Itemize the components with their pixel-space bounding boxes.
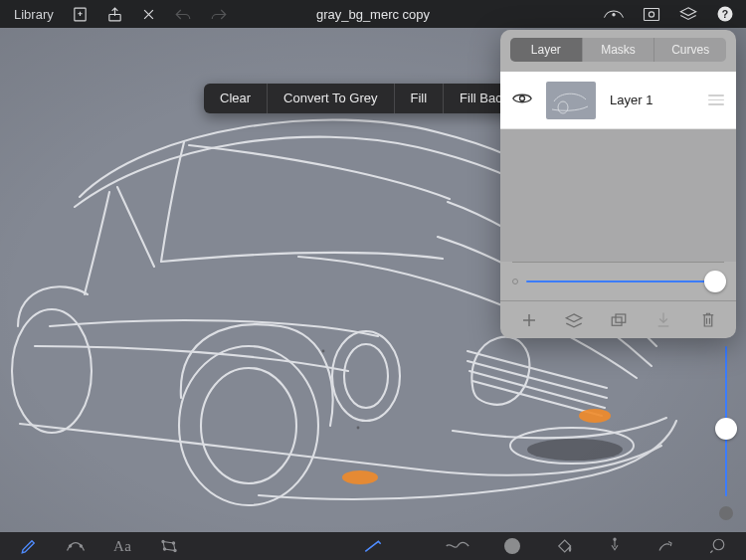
bucket-tool-icon[interactable] <box>555 538 573 554</box>
tab-layer[interactable]: Layer <box>510 38 582 62</box>
svg-point-28 <box>504 538 520 554</box>
layer-opacity-slider[interactable] <box>500 263 736 300</box>
svg-point-13 <box>322 350 325 353</box>
svg-point-24 <box>161 540 163 542</box>
svg-point-19 <box>558 101 568 113</box>
pen-tool-icon[interactable] <box>20 537 38 555</box>
layer-name-label: Layer 1 <box>610 93 694 107</box>
new-document-icon[interactable] <box>72 6 89 23</box>
svg-point-12 <box>12 309 92 433</box>
brush-size-thumb[interactable] <box>715 418 737 440</box>
layer-drag-handle-icon[interactable] <box>708 94 724 105</box>
clear-button[interactable]: Clear <box>204 84 268 113</box>
svg-point-14 <box>357 427 360 430</box>
app-root: Library gray_bg_merc copy <box>0 0 746 560</box>
svg-point-15 <box>527 439 623 461</box>
line-style-icon[interactable] <box>446 541 469 551</box>
tab-curves[interactable]: Curves <box>653 38 726 62</box>
top-toolbar: Library gray_bg_merc copy <box>0 0 746 28</box>
brush-size-rail[interactable] <box>720 346 732 520</box>
svg-point-22 <box>70 545 72 547</box>
help-icon[interactable]: ? <box>716 5 734 23</box>
bottom-toolbar: Aa <box>0 532 746 560</box>
layer-visibility-icon[interactable] <box>512 92 532 109</box>
panel-tab-switch: Layer Masks Curves <box>510 38 726 62</box>
svg-point-11 <box>201 368 296 483</box>
svg-rect-3 <box>645 8 659 20</box>
smudge-tool-icon[interactable] <box>656 538 674 554</box>
svg-point-30 <box>713 539 724 550</box>
svg-point-26 <box>173 549 175 551</box>
path-tool-icon[interactable] <box>66 538 86 554</box>
brush-settings-icon[interactable] <box>603 7 625 21</box>
svg-point-16 <box>579 409 611 423</box>
layers-empty-area <box>500 129 736 262</box>
slider-thumb[interactable] <box>704 271 726 292</box>
svg-point-2 <box>613 14 615 16</box>
svg-point-23 <box>80 545 82 547</box>
merge-layer-icon[interactable] <box>561 307 587 333</box>
duplicate-layer-icon[interactable] <box>606 307 632 333</box>
svg-point-18 <box>520 95 525 100</box>
import-layer-icon <box>651 307 676 333</box>
svg-point-9 <box>344 344 388 408</box>
stroke-tool-icon[interactable] <box>363 538 383 554</box>
brush-preview-dot <box>719 506 733 520</box>
svg-point-17 <box>342 470 378 484</box>
layer-tools-row <box>500 300 736 338</box>
close-icon[interactable] <box>141 7 156 22</box>
add-layer-icon[interactable] <box>516 307 542 333</box>
delete-layer-icon[interactable] <box>695 307 721 333</box>
svg-rect-21 <box>616 314 626 322</box>
layers-icon[interactable] <box>678 6 698 22</box>
shape-tool-icon[interactable] <box>160 538 178 554</box>
convert-to-grey-button[interactable]: Convert To Grey <box>268 84 394 113</box>
layers-panel: Layer Masks Curves Layer 1 <box>500 30 736 338</box>
share-icon[interactable] <box>106 6 123 23</box>
svg-point-29 <box>614 538 616 540</box>
svg-point-25 <box>172 542 174 544</box>
reference-image-icon[interactable] <box>643 7 660 22</box>
eyedropper-tool-icon[interactable] <box>607 537 623 555</box>
fill-button[interactable]: Fill <box>395 84 445 113</box>
svg-point-27 <box>163 548 165 550</box>
undo-icon <box>174 7 192 22</box>
text-tool-icon[interactable]: Aa <box>113 538 132 555</box>
color-swatch[interactable] <box>503 537 521 555</box>
redo-icon <box>210 7 228 22</box>
slider-min-icon <box>512 279 518 284</box>
layer-thumbnail <box>546 82 596 119</box>
eraser-tool-icon[interactable] <box>708 537 726 555</box>
layer-row[interactable]: Layer 1 <box>500 72 736 129</box>
tab-masks[interactable]: Masks <box>582 38 654 62</box>
library-button[interactable]: Library <box>14 7 54 22</box>
svg-rect-20 <box>612 317 622 325</box>
svg-point-4 <box>649 11 653 16</box>
svg-text:?: ? <box>722 8 728 20</box>
